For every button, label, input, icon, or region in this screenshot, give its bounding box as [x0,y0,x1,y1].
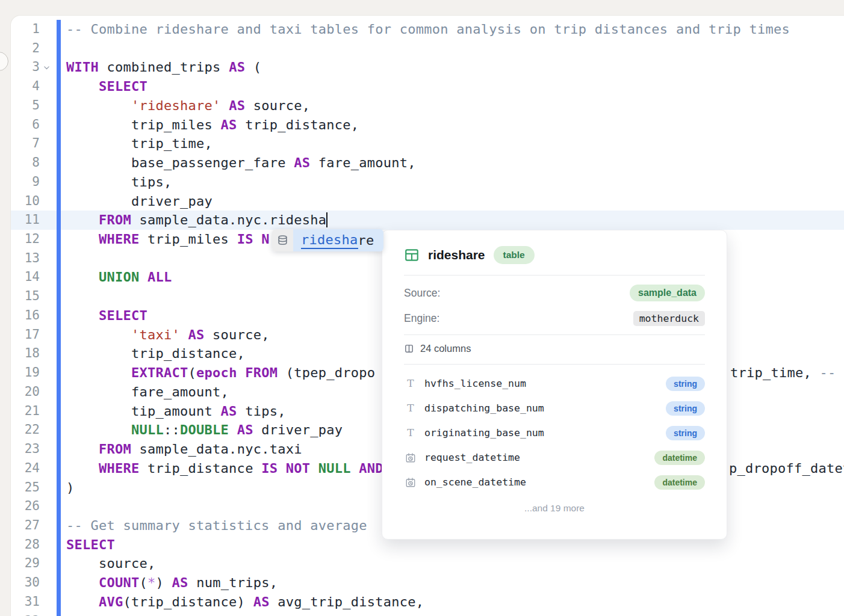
line-number: 2 [11,39,40,58]
line-number: 20 [11,383,40,402]
code-text: UNION ALL [66,268,172,287]
line-number: 26 [11,497,40,516]
line-number: 19 [11,363,40,383]
autocomplete-suggestion[interactable]: rideshare [293,229,383,251]
code-text-fragment: trip_time, -- [730,363,836,383]
fold-chevron-icon[interactable] [43,63,51,72]
code-line[interactable]: 31 AVG(trip_distance) AS avg_trip_distan… [11,593,844,612]
code-line[interactable]: 30 COUNT(*) AS num_trips, [11,573,844,593]
code-text: ) [66,478,75,497]
autocomplete-matched-text: ridesha [301,232,358,249]
line-number: 15 [11,287,40,306]
code-text: fare_amount, [66,383,229,402]
line-number: 10 [11,192,40,211]
line-number: 17 [11,325,40,345]
text-cursor [326,212,327,227]
columns-icon [404,343,414,354]
column-row: Toriginating_base_numstring [404,420,705,445]
line-number: 4 [11,77,40,96]
engine-row: Engine: motherduck [404,309,705,327]
table-info-popover: rideshare table Source: sample_data Engi… [382,230,727,540]
code-line[interactable]: 5 'rideshare' AS source, [11,96,844,116]
code-text: 'taxi' AS source, [66,325,270,345]
column-name: dispatching_base_num [424,402,544,414]
line-number: 30 [11,573,40,593]
line-number: 1 [11,20,40,39]
line-number: 27 [11,516,40,535]
code-text: -- Combine rideshare and taxi tables for… [66,20,790,39]
columns-count: 24 columns [420,343,471,354]
code-text: 'rideshare' AS source, [66,96,310,116]
line-number: 6 [11,116,40,135]
column-type-badge: datetime [654,451,705,465]
line-number: 7 [11,134,40,153]
line-number: 21 [11,402,40,421]
column-type-badge: string [666,377,705,391]
code-text: AVG(trip_distance) AS avg_trip_distance, [66,593,424,612]
column-row: on_scene_datetimedatetime [404,470,705,494]
code-line[interactable]: 7 trip_time, [11,134,844,153]
table-name: rideshare [428,248,485,262]
code-line[interactable]: 10 driver_pay [11,192,844,211]
column-row: request_datetimedatetime [404,445,705,470]
column-row: Thvfhs_license_numstring [404,371,705,396]
code-line[interactable]: 6 trip_miles AS trip_distance, [11,116,844,135]
database-icon [272,229,293,251]
autocomplete-rest-text: re [358,233,374,248]
text-type-icon: T [404,378,417,389]
source-value-badge: sample_data [630,285,705,301]
code-text: tips, [66,173,172,192]
code-line[interactable]: 2 [11,39,844,58]
code-text: NULL::DOUBLE AS driver_pay [66,420,343,440]
code-text: WHERE trip_miles IS N [66,230,270,249]
table-icon [404,247,420,263]
code-text: WHERE trip_distance IS NOT NULL AND [66,459,383,478]
collapsed-side-handle[interactable] [0,52,8,71]
line-number: 14 [11,268,40,287]
line-number: 18 [11,344,40,363]
datetime-type-icon [404,477,417,488]
column-name: originating_base_num [424,427,544,439]
code-text: trip_miles AS trip_distance, [66,116,359,135]
code-text: EXTRACT(epoch FROM (tpep_dropo [66,363,375,383]
divider [404,275,705,276]
code-line[interactable]: 4 SELECT [11,77,844,96]
table-type-badge: table [494,246,535,264]
code-line[interactable]: 29 source, [11,554,844,573]
engine-value-badge: motherduck [633,311,705,326]
column-name: on_scene_datetime [424,476,526,488]
column-type-badge: string [666,426,705,440]
code-text: source, [66,554,156,573]
code-text: SELECT [66,306,147,325]
code-line[interactable]: 8 base_passenger_fare AS fare_amount, [11,153,844,173]
code-text: COUNT(*) AS num_trips, [66,573,278,593]
line-number: 28 [11,535,40,555]
source-row: Source: sample_data [404,284,705,302]
text-type-icon: T [404,403,417,413]
code-text: FROM sample_data.nyc.ridesha [66,211,327,230]
column-type-badge: datetime [654,475,705,490]
code-text: WITH combined_trips AS ( [66,58,261,77]
divider [404,364,705,365]
code-text: trip_time, [66,134,213,153]
text-type-icon: T [404,428,417,438]
engine-label: Engine: [404,312,439,325]
code-text: FROM sample_data.nyc.taxi [66,440,302,459]
line-number: 31 [11,593,40,612]
column-name: request_datetime [424,452,520,463]
code-line[interactable]: 11 FROM sample_data.nyc.ridesha [11,211,844,230]
autocomplete-item[interactable]: rideshare [272,229,383,251]
line-number: 24 [11,459,40,478]
code-line[interactable]: 9 tips, [11,173,844,192]
code-line[interactable]: 32 AVG(trip_time) AS avg_trip_time, [11,612,844,616]
code-line[interactable]: 1-- Combine rideshare and taxi tables fo… [11,20,844,39]
code-line[interactable]: 3WITH combined_trips AS ( [11,58,844,77]
code-text: tip_amount AS tips, [66,402,286,421]
code-text: -- Get summary statistics and average [66,516,367,535]
column-type-badge: string [666,401,705,416]
code-text: driver_pay [66,192,213,211]
column-row: Tdispatching_base_numstring [404,396,705,420]
gutter-change-bar [57,20,61,616]
more-columns-note: ...and 19 more [404,499,705,517]
column-name: hvfhs_license_num [424,378,526,389]
